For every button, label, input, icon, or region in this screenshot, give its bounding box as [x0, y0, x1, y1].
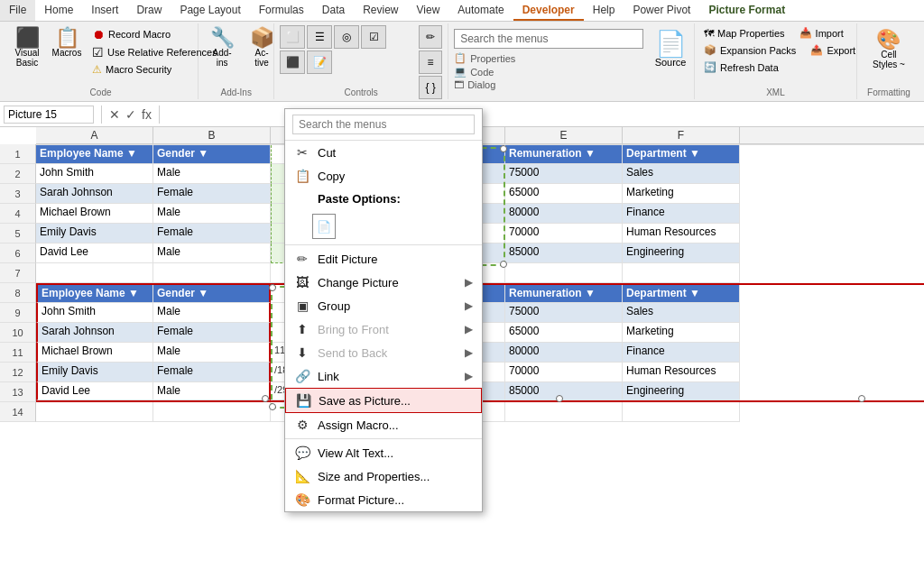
- cell-a6[interactable]: David Lee: [36, 243, 153, 263]
- copy-menu-item[interactable]: 📋 Copy: [285, 164, 482, 188]
- ctrl-btn-5[interactable]: ⬛: [280, 51, 305, 74]
- cell-f3[interactable]: Marketing: [623, 184, 740, 204]
- cancel-formula-icon[interactable]: ✕: [109, 107, 120, 122]
- cell-f12[interactable]: Human Resources: [623, 363, 740, 382]
- ctrl-btn-2[interactable]: ☰: [307, 25, 332, 49]
- edit-picture-item[interactable]: ✏ Edit Picture: [285, 247, 482, 271]
- cell-b7[interactable]: [153, 263, 271, 283]
- assign-macro-item[interactable]: ⚙ Assign Macro...: [285, 413, 482, 422]
- cell-e9[interactable]: 75000: [505, 303, 623, 323]
- tab-formulas[interactable]: Formulas: [250, 0, 313, 21]
- cell-styles-button[interactable]: 🎨 Cell Styles ~: [863, 27, 915, 72]
- cell-e14[interactable]: [505, 402, 623, 422]
- cell-a3[interactable]: Sarah Johnson: [36, 184, 153, 204]
- design-mode-btn[interactable]: ✏: [419, 25, 442, 49]
- cell-f13[interactable]: Engineering: [623, 382, 740, 400]
- cell-e13[interactable]: 85000: [505, 382, 623, 400]
- ctrl-btn-3[interactable]: ◎: [334, 25, 359, 49]
- cell-e1[interactable]: Remuneration ▼: [505, 145, 623, 164]
- cell-b12[interactable]: Female: [153, 363, 271, 382]
- cell-b3[interactable]: Female: [153, 184, 271, 204]
- cell-a4[interactable]: Michael Brown: [36, 204, 153, 224]
- cell-f10[interactable]: Marketing: [623, 323, 740, 343]
- tab-picture-format[interactable]: Picture Format: [699, 0, 794, 21]
- name-box[interactable]: [4, 106, 94, 124]
- paste-icon-row[interactable]: 📄: [285, 210, 482, 243]
- cell-b5[interactable]: Female: [153, 224, 271, 243]
- cell-a5[interactable]: Emily Davis: [36, 224, 153, 243]
- addins-button[interactable]: 🔧 Add-ins: [204, 25, 240, 70]
- cell-a11[interactable]: Michael Brown: [36, 343, 153, 363]
- tab-help[interactable]: Help: [584, 0, 624, 21]
- cell-b4[interactable]: Male: [153, 204, 271, 224]
- tab-view[interactable]: View: [408, 0, 449, 21]
- cell-f6[interactable]: Engineering: [623, 243, 740, 263]
- cell-a7[interactable]: [36, 263, 153, 283]
- insert-function-icon[interactable]: fx: [142, 107, 152, 122]
- cell-f5[interactable]: Human Resources: [623, 224, 740, 243]
- cell-a12[interactable]: Emily Davis: [36, 363, 153, 382]
- cell-a2[interactable]: John Smith: [36, 164, 153, 184]
- tab-review[interactable]: Review: [354, 0, 407, 21]
- cell-a8[interactable]: Employee Name ▼: [36, 285, 153, 303]
- refresh-data-button[interactable]: 🔄 Refresh Data: [700, 60, 782, 75]
- cell-b8[interactable]: Gender ▼: [153, 285, 271, 303]
- import-button[interactable]: 📥 Import: [796, 25, 847, 41]
- group-item[interactable]: ▣ Group ▶: [285, 294, 482, 317]
- cell-e10[interactable]: 65000: [505, 323, 623, 343]
- map-properties-button[interactable]: 🗺 Map Properties: [700, 26, 789, 41]
- confirm-formula-icon[interactable]: ✓: [125, 107, 136, 122]
- cell-e3[interactable]: 65000: [505, 184, 623, 204]
- cell-e8[interactable]: Remuneration ▼: [505, 285, 623, 303]
- cell-a1[interactable]: Employee Name ▼: [36, 145, 153, 164]
- tab-developer[interactable]: Developer: [513, 0, 584, 21]
- cell-a13[interactable]: David Lee: [36, 382, 153, 400]
- cell-f7[interactable]: [623, 263, 740, 283]
- cell-b10[interactable]: Female: [153, 323, 271, 343]
- cell-e6[interactable]: 85000: [505, 243, 623, 263]
- cell-f1[interactable]: Department ▼: [623, 145, 740, 164]
- cell-e11[interactable]: 80000: [505, 343, 623, 363]
- search-menus-input[interactable]: [292, 115, 475, 134]
- tab-home[interactable]: Home: [35, 0, 82, 21]
- properties-btn[interactable]: ≡: [419, 51, 442, 74]
- tab-file[interactable]: File: [0, 0, 35, 21]
- ctrl-btn-4[interactable]: ☑: [361, 25, 386, 49]
- cell-f2[interactable]: Sales: [623, 164, 740, 184]
- cell-f14[interactable]: [623, 402, 740, 422]
- cut-menu-item[interactable]: ✂ Cut: [285, 141, 482, 164]
- cell-a14[interactable]: [36, 402, 153, 422]
- save-as-picture-item[interactable]: 💾 Save as Picture...: [285, 388, 482, 413]
- tab-insert[interactable]: Insert: [82, 0, 127, 21]
- paste-button-icon[interactable]: 📄: [312, 214, 336, 239]
- formula-input[interactable]: [163, 106, 924, 123]
- cell-e12[interactable]: 70000: [505, 363, 623, 382]
- macros-button[interactable]: 📋 Macros: [49, 25, 85, 60]
- cell-b6[interactable]: Male: [153, 243, 271, 263]
- cell-b1[interactable]: Gender ▼: [153, 145, 271, 164]
- cell-b13[interactable]: Male: [153, 382, 271, 400]
- cell-b14[interactable]: [153, 402, 271, 422]
- cell-f4[interactable]: Finance: [623, 204, 740, 224]
- cell-f9[interactable]: Sales: [623, 303, 740, 323]
- expansion-packs-button[interactable]: 📦 Expansion Packs: [700, 42, 799, 58]
- cell-f8[interactable]: Department ▼: [623, 285, 740, 303]
- tab-power-pivot[interactable]: Power Pivot: [624, 0, 699, 21]
- export-button[interactable]: 📤 Export: [807, 42, 859, 58]
- cell-e5[interactable]: 70000: [505, 224, 623, 243]
- ctrl-btn-6[interactable]: 📝: [307, 51, 332, 74]
- link-item[interactable]: 🔗 Link ▶: [285, 364, 482, 388]
- tab-page-layout[interactable]: Page Layout: [171, 0, 249, 21]
- tab-data[interactable]: Data: [313, 0, 354, 21]
- cell-b11[interactable]: Male: [153, 343, 271, 363]
- cell-e2[interactable]: 75000: [505, 164, 623, 184]
- cell-a10[interactable]: Sarah Johnson: [36, 323, 153, 343]
- source-button[interactable]: 📄 Source: [650, 29, 692, 70]
- change-picture-item[interactable]: 🖼 Change Picture ▶: [285, 271, 482, 294]
- ctrl-btn-1[interactable]: ⬜: [280, 25, 305, 49]
- tab-draw[interactable]: Draw: [127, 0, 171, 21]
- cell-e7[interactable]: [505, 263, 623, 283]
- cell-e4[interactable]: 80000: [505, 204, 623, 224]
- cell-a9[interactable]: John Smith: [36, 303, 153, 323]
- cell-b2[interactable]: Male: [153, 164, 271, 184]
